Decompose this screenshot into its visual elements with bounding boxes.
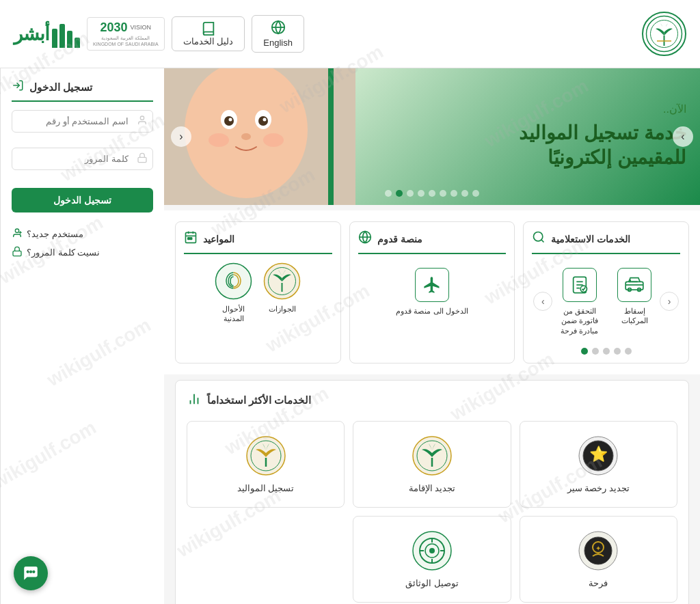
vision-text: VISION <box>131 24 152 31</box>
service-tasjeel-mawlood[interactable]: تسجيل المواليد <box>187 421 345 508</box>
service-tawseel[interactable]: توصيل الوثائق <box>353 516 511 603</box>
traffic-police-logo: ⭐ <box>578 435 619 476</box>
svg-text:⭐: ⭐ <box>589 445 608 463</box>
info-prev-button[interactable]: › <box>533 292 552 311</box>
language-button[interactable]: English <box>252 15 304 53</box>
government-logo <box>642 12 686 56</box>
username-input[interactable] <box>12 110 153 133</box>
platform-card: منصة قدوم <box>349 221 515 363</box>
lock-icon <box>137 152 148 166</box>
banner: الآن.. خدمة تسجيل المواليدللمقيمين إلكتر… <box>164 68 700 205</box>
dot-4[interactable] <box>592 348 599 355</box>
dot-3[interactable] <box>603 348 610 355</box>
svg-point-12 <box>229 118 232 122</box>
info-service-invoice[interactable]: التحقق منفاتورة ضمنمبادرة فرحة <box>555 262 604 341</box>
guide-button[interactable]: دليل الخدمات <box>172 16 245 51</box>
appointments-header: المواعيد <box>184 230 332 254</box>
banner-dot-4[interactable] <box>440 190 446 197</box>
main-layout: الآن.. خدمة تسجيل المواليدللمقيمين إلكتر… <box>0 68 700 604</box>
appointments-content: الجوازات <box>184 262 332 324</box>
svg-rect-35 <box>188 238 190 240</box>
most-used-section: الخدمات الأكثر استخداماً <box>175 380 689 604</box>
svg-point-14 <box>241 133 251 140</box>
forgot-password-link[interactable]: نسيت كلمة المرور؟ <box>12 246 153 259</box>
farha-logo: ✦ <box>578 530 619 571</box>
invoice-label: التحقق منفاتورة ضمنمبادرة فرحة <box>561 306 598 335</box>
banner-dot-3[interactable] <box>450 190 457 197</box>
dot-2[interactable] <box>614 348 621 355</box>
info-services-wrapper: › <box>532 262 680 355</box>
tawseel-logo <box>412 530 453 571</box>
svg-point-60 <box>429 548 435 553</box>
ahwal-appointment[interactable]: الأحوالالمدنية <box>215 262 252 324</box>
jawazat-label: الجوازات <box>269 304 296 314</box>
most-used-title: الخدمات الأكثر استخداماً <box>207 394 311 407</box>
info-next-button[interactable]: ‹ <box>660 292 679 311</box>
login-section-title: تسجيل الدخول <box>12 79 153 102</box>
service-farha[interactable]: ✦ فرحة <box>520 516 677 603</box>
dot-1[interactable] <box>625 348 632 355</box>
banner-dot-5[interactable] <box>429 190 435 197</box>
banner-dot-6[interactable] <box>418 190 425 197</box>
dot-5[interactable] <box>581 348 588 355</box>
banner-dot-1[interactable] <box>472 190 479 197</box>
service-label-tawseel: توصيل الوثائق <box>405 578 459 588</box>
platform-content: الدخول الى منصة قدوم <box>358 262 507 321</box>
banner-dot-2[interactable] <box>461 190 468 197</box>
svg-point-74 <box>32 571 35 573</box>
info-services-content: › <box>543 262 669 341</box>
calendar-icon <box>184 230 198 247</box>
svg-point-68 <box>15 229 18 232</box>
lang-label: English <box>263 38 293 48</box>
svg-point-40 <box>216 264 252 299</box>
jawazat-appointment[interactable]: الجوازات <box>263 262 301 324</box>
banner-dot-7[interactable] <box>407 190 414 197</box>
forgot-password-label: نسيت كلمة المرور؟ <box>27 247 100 258</box>
login-button[interactable]: تسجيل الدخول <box>12 188 153 212</box>
service-tajdeed-rkhsa[interactable]: ⭐ تجديد رخصة سير <box>520 421 677 508</box>
banner-title: خدمة تسجيل المواليدللمقيمين إلكترونيًا <box>519 121 686 171</box>
login-title-text: تسجيل الدخول <box>29 81 92 94</box>
appointments-card: المواعيد <box>175 221 341 363</box>
abshir-bar-2 <box>67 31 72 48</box>
banner-dots <box>385 190 479 197</box>
password-input[interactable] <box>12 148 153 170</box>
banner-dot-9[interactable] <box>385 190 392 197</box>
content-area: الآن.. خدمة تسجيل المواليدللمقيمين إلكتر… <box>164 68 700 604</box>
vehicles-icon <box>617 268 651 302</box>
service-tajdeed-iqama[interactable]: تجديد الإقامة <box>353 421 511 508</box>
svg-point-15 <box>208 133 229 147</box>
vision-2030: VISION 2030 المملكة العربية السعوديةKING… <box>87 17 165 51</box>
chat-button[interactable] <box>14 556 48 590</box>
banner-next-button[interactable]: › <box>673 126 693 147</box>
chart-icon <box>187 392 202 410</box>
login-icon <box>12 79 24 95</box>
info-services-header: الخدمات الاستعلامية <box>532 230 680 254</box>
banner-subtitle: الآن.. <box>519 102 686 115</box>
info-service-vehicles[interactable]: إسقاطالمركبات <box>612 262 657 341</box>
svg-point-72 <box>29 571 32 573</box>
header-right: English دليل الخدمات VISION 2030 المملكة… <box>14 15 304 53</box>
info-services-title: الخدمات الاستعلامية <box>551 234 630 245</box>
abshir-bar-1 <box>75 38 80 48</box>
login-links: مستخدم جديد؟ نسيت كلمة المرور؟ <box>12 228 153 259</box>
globe-icon <box>358 230 372 247</box>
platform-entry-item[interactable]: الدخول الى منصة قدوم <box>385 262 479 321</box>
service-label-farha: فرحة <box>589 578 608 588</box>
info-slider-dots <box>543 348 669 355</box>
new-user-link[interactable]: مستخدم جديد؟ <box>12 228 153 241</box>
forgot-password-icon <box>12 246 23 259</box>
svg-point-73 <box>27 571 29 573</box>
svg-rect-67 <box>138 157 146 162</box>
banner-dot-8[interactable] <box>396 190 403 197</box>
password-group <box>12 148 153 170</box>
ahwal-logo <box>215 262 252 300</box>
svg-rect-71 <box>13 251 21 256</box>
vehicles-label: إسقاطالمركبات <box>621 306 648 326</box>
ahwal-label: الأحوالالمدنية <box>222 304 245 324</box>
platform-entry-label: الدخول الى منصة قدوم <box>396 306 468 316</box>
platform-header: منصة قدوم <box>358 230 507 254</box>
svg-text:✦: ✦ <box>595 545 601 552</box>
search-icon <box>532 230 546 247</box>
banner-prev-button[interactable]: ‹ <box>171 126 191 147</box>
